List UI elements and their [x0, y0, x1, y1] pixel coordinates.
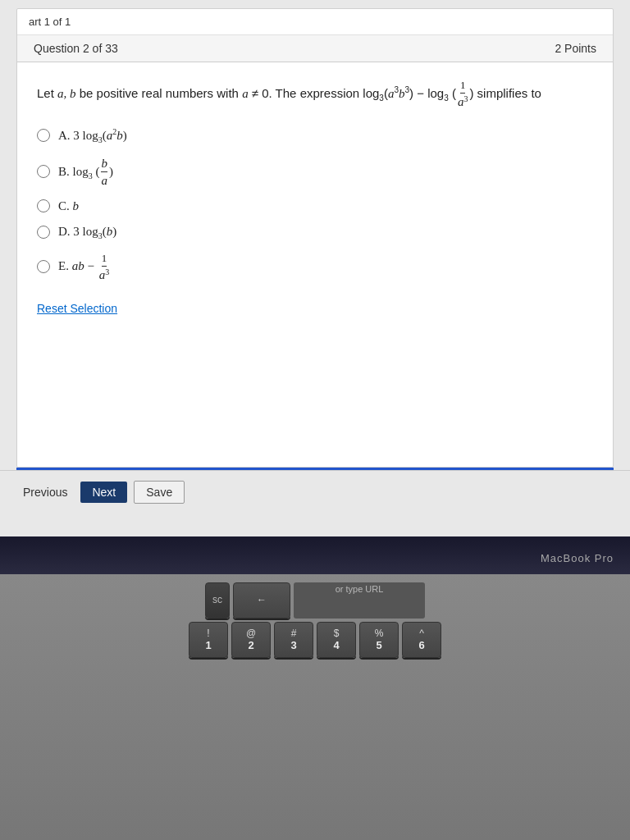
key-3[interactable]: # 3: [274, 622, 313, 658]
part-label: art 1 of 1: [29, 16, 71, 28]
macbook-label: MacBook Pro: [541, 552, 614, 564]
part-header: art 1 of 1: [17, 9, 613, 35]
radio-e[interactable]: [37, 260, 50, 273]
question-text: Let a, b be positive real numbers with a…: [37, 79, 593, 109]
reset-selection-link[interactable]: Reset Selection: [37, 302, 117, 315]
option-e: E. ab − 1a3: [37, 252, 593, 282]
question-number: Question 2 of 33: [34, 42, 118, 55]
points-label: 2 Points: [555, 42, 596, 55]
radio-a[interactable]: [37, 129, 50, 142]
content-panel: art 1 of 1 Question 2 of 33 2 Points Let…: [16, 8, 614, 468]
question-body: Let a, b be positive real numbers with a…: [17, 62, 613, 348]
screen-area: art 1 of 1 Question 2 of 33 2 Points Let…: [0, 0, 630, 541]
key-esc[interactable]: sc: [205, 582, 230, 619]
key-1[interactable]: ! 1: [189, 622, 228, 658]
radio-b[interactable]: [37, 165, 50, 178]
key-4[interactable]: $ 4: [317, 622, 356, 658]
key-6[interactable]: ^ 6: [402, 622, 441, 658]
next-button[interactable]: Next: [80, 482, 127, 503]
option-b: B. log3 (ba): [37, 156, 593, 188]
address-bar[interactable]: or type URL: [294, 582, 425, 619]
option-c-label: C. b: [58, 199, 79, 213]
radio-c[interactable]: [37, 199, 50, 212]
key-5[interactable]: % 5: [359, 622, 399, 658]
radio-d[interactable]: [37, 226, 50, 239]
option-d-label: D. 3 log3(b): [58, 225, 116, 240]
option-b-label: B. log3 (ba): [58, 156, 113, 188]
save-button[interactable]: Save: [134, 481, 185, 504]
keyboard-area: sc ← or type URL ! 1 @ 2 # 3 $ 4 % 5: [0, 574, 630, 840]
nav-area: Previous Next Save: [0, 470, 630, 514]
option-d: D. 3 log3(b): [37, 225, 593, 240]
keyboard-row-top: sc ← or type URL: [16, 582, 614, 619]
laptop-bezel: MacBook Pro: [0, 541, 630, 574]
option-a-label: A. 3 log3(a2b): [58, 127, 127, 144]
question-header: Question 2 of 33 2 Points: [17, 35, 613, 62]
keyboard-row-numbers: ! 1 @ 2 # 3 $ 4 % 5 ^ 6: [16, 622, 614, 658]
key-back[interactable]: ←: [233, 582, 290, 619]
option-e-label: E. ab − 1a3: [58, 252, 111, 282]
previous-button[interactable]: Previous: [16, 482, 74, 502]
option-a: A. 3 log3(a2b): [37, 127, 593, 144]
option-c: C. b: [37, 199, 593, 213]
key-2[interactable]: @ 2: [231, 622, 271, 658]
